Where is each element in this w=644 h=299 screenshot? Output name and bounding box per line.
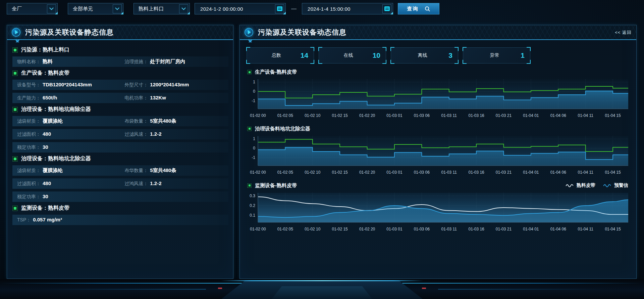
chevron-down-icon[interactable] — [179, 4, 188, 13]
section-header: 生产设备：熟料皮带 — [12, 70, 228, 77]
info-cell: 物料名称：熟料 — [17, 58, 124, 65]
date-to-picker[interactable]: 2024-1-4 15:00:00 — [302, 3, 393, 14]
chevron-down-icon[interactable] — [47, 4, 56, 13]
svg-text:01-02 00: 01-02 00 — [250, 170, 266, 175]
svg-text:01-03 11: 01-03 11 — [441, 113, 457, 118]
wave-line-icon — [565, 183, 574, 187]
info-label: 过滤风速： — [124, 131, 148, 137]
svg-text:01-02 15: 01-02 15 — [332, 226, 348, 231]
back-button[interactable]: << 返回 — [615, 30, 632, 36]
chart-title-row: 治理设备料地坑北除尘器 — [247, 126, 630, 132]
stat-card-在线[interactable]: 在线10 — [319, 47, 386, 63]
info-label: 过滤面积： — [17, 181, 41, 187]
top-filter-bar: 全厂全部单元熟料上料口 2024-1-2 00:00:00 — 2024-1-4… — [7, 3, 637, 15]
info-cell: 过滤面积：480 — [17, 180, 124, 187]
svg-text:01-02 05: 01-02 05 — [277, 113, 293, 118]
chart-block-0: 生产设备-熟料皮带 10-101-02 0001-02 0501-02 1001… — [247, 69, 630, 120]
filter-dropdown-2[interactable]: 熟料上料口 — [133, 3, 190, 14]
chart-legend: 熟料皮带 预警信 — [565, 182, 628, 188]
svg-text:01-03 06: 01-03 06 — [414, 226, 430, 231]
bottom-decor — [0, 279, 644, 299]
info-label: 滤袋材质： — [17, 168, 41, 174]
chart-block-1: 治理设备料地坑北除尘器 10-101-02 0001-02 0501-02 10… — [247, 126, 630, 177]
stat-card-异常[interactable]: 异常1 — [463, 47, 530, 63]
dynamic-panel-header: 污染源及关联设备动态信息 << 返回 — [240, 25, 636, 40]
filter-dropdown-1[interactable]: 全部单元 — [68, 3, 123, 14]
svg-text:-1: -1 — [252, 155, 255, 160]
info-value: 处于封闭厂房内 — [150, 58, 185, 65]
legend-item-熟料皮带[interactable]: 熟料皮带 — [565, 182, 595, 188]
legend-label: 熟料皮带 — [577, 182, 595, 188]
info-label: 过滤面积： — [17, 131, 41, 137]
dropdown-selected-value: 全部单元 — [73, 6, 93, 12]
calendar-button[interactable] — [382, 4, 391, 13]
info-label: 布袋数量： — [124, 118, 148, 124]
info-cell: 额定功率：30 — [17, 144, 124, 151]
svg-text:01-03 21: 01-03 21 — [496, 226, 512, 231]
stat-label: 在线 — [344, 52, 353, 58]
query-button[interactable]: 查询 — [398, 3, 439, 14]
static-info-panel: 污染源及关联设备静态信息 污染源：熟料上料口物料名称：熟料治理措施：处于封闭厂房… — [7, 25, 233, 279]
dropdown-selected-value: 熟料上料口 — [139, 6, 164, 12]
svg-text:01-04 01: 01-04 01 — [523, 170, 539, 175]
green-square-icon — [247, 70, 252, 74]
calendar-icon — [384, 6, 390, 11]
svg-text:01-02 00: 01-02 00 — [250, 226, 266, 231]
date-to-value[interactable]: 2024-1-4 15:00:00 — [308, 6, 351, 12]
green-square-icon — [247, 127, 252, 131]
device-stats-row: 总数14在线10离线3异常1 — [247, 47, 630, 63]
static-info-list: 污染源：熟料上料口物料名称：熟料治理措施：处于封闭厂房内生产设备：熟料皮带设备型… — [7, 40, 233, 232]
info-value: 480 — [43, 131, 51, 137]
chart-title-row: 监测设备-熟料皮带 熟料皮带 预警信 — [247, 182, 630, 189]
section-title: 治理设备：熟料地坑北除尘器 — [21, 155, 91, 162]
stat-value: 10 — [373, 51, 380, 59]
dropdown-selected-value: 全厂 — [12, 6, 22, 12]
decor-line — [438, 289, 605, 290]
charts-container: 生产设备-熟料皮带 10-101-02 0001-02 0501-02 1001… — [247, 69, 630, 233]
date-from-picker[interactable]: 2024-1-2 00:00:00 — [195, 3, 286, 14]
info-value: 480 — [43, 180, 51, 186]
filter-dropdown-0[interactable]: 全厂 — [7, 3, 58, 14]
query-button-label: 查询 — [407, 6, 419, 12]
info-cell: 布华数量：5室共480条 — [124, 167, 224, 174]
info-value: TDB1200*204143mm — [43, 82, 92, 87]
svg-text:01-04 06: 01-04 06 — [550, 170, 567, 175]
date-from-value[interactable]: 2024-1-2 00:00:00 — [200, 6, 243, 12]
stat-card-总数[interactable]: 总数14 — [247, 47, 314, 63]
section-header: 污染源：熟料上料口 — [12, 46, 228, 53]
info-cell: TSP：0.057 mg/m³ — [17, 217, 124, 223]
section-header: 监测设备：熟料皮带 — [12, 205, 228, 212]
svg-text:01-04 01: 01-04 01 — [523, 226, 539, 231]
green-square-icon — [247, 183, 252, 188]
svg-text:01-02 20: 01-02 20 — [359, 226, 375, 231]
section-header: 治理设备：熟料地坑南除尘器 — [12, 106, 228, 113]
svg-text:01-04 15: 01-04 15 — [605, 226, 621, 231]
info-value: 30 — [43, 144, 48, 150]
decor-red-accent — [218, 288, 222, 289]
green-square-icon — [12, 156, 18, 162]
svg-text:-1: -1 — [252, 98, 255, 103]
svg-text:01-02 15: 01-02 15 — [332, 170, 348, 175]
chart-block-2: 监测设备-熟料皮带 熟料皮带 预警信 0.30.20.101-02 0001-0… — [247, 182, 630, 234]
info-row: TSP：0.057 mg/m³ — [12, 215, 228, 225]
info-label: 布华数量： — [124, 168, 148, 174]
calendar-button[interactable] — [275, 4, 284, 13]
decor-center-glow — [221, 280, 423, 281]
info-row: 设备型号：TDB1200*204143mm外型尺寸：1200*204143mm — [12, 80, 228, 90]
legend-item-预警信[interactable]: 预警信 — [603, 182, 628, 188]
info-label: 外型尺寸： — [124, 82, 148, 88]
info-value: 覆膜涤纶 — [43, 118, 63, 124]
svg-text:01-04 15: 01-04 15 — [605, 170, 621, 175]
svg-text:1: 1 — [253, 136, 255, 141]
svg-text:01-03 16: 01-03 16 — [468, 170, 484, 175]
info-label: 电机功率： — [124, 95, 148, 101]
chevron-down-icon[interactable] — [113, 4, 122, 13]
stat-card-离线[interactable]: 离线3 — [391, 47, 458, 63]
chevron-glyph — [181, 6, 186, 10]
info-cell: 电机功率：132Kw — [124, 95, 224, 101]
svg-text:01-03 11: 01-03 11 — [441, 226, 457, 231]
info-value: 1.2-2 — [150, 131, 161, 137]
chart-title: 监测设备-熟料皮带 — [255, 182, 297, 189]
svg-text:01-03 06: 01-03 06 — [414, 170, 430, 175]
svg-text:01-02 10: 01-02 10 — [305, 226, 321, 231]
